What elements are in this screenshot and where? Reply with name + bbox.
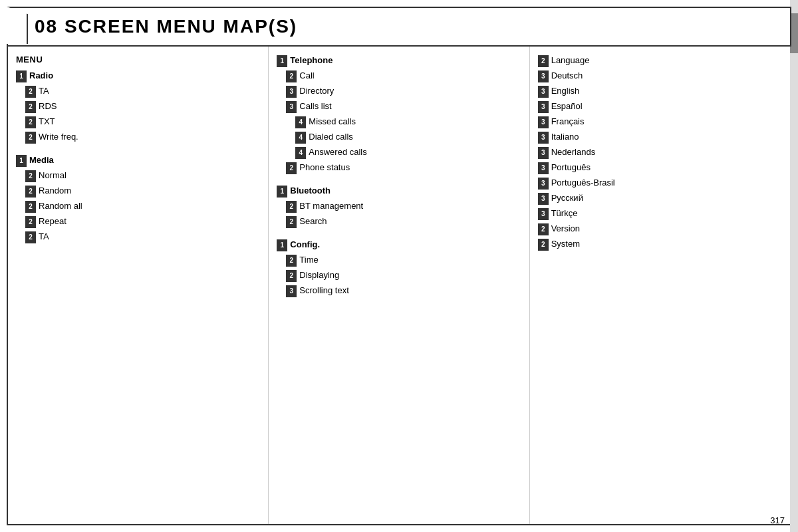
item-label: Deutsch <box>551 70 583 82</box>
column-header: MENU <box>16 55 263 65</box>
item-label: Random all <box>39 200 82 212</box>
item-label: Media <box>29 154 54 166</box>
list-item: 3Deutsch <box>538 70 785 82</box>
level-badge: 3 <box>538 162 549 174</box>
item-label: Español <box>551 100 583 112</box>
level-badge: 2 <box>286 70 297 82</box>
level-badge: 2 <box>25 216 36 228</box>
item-label: English <box>551 85 580 97</box>
list-item: 3Русский <box>538 192 785 205</box>
list-item: 1Media <box>16 154 263 167</box>
level-badge: 2 <box>25 186 36 198</box>
page-number: 317 <box>770 515 785 525</box>
menu-section-3-1: 2Language3Deutsch3English3Español3França… <box>538 55 785 251</box>
item-label: System <box>551 238 580 250</box>
list-item: 2Time <box>277 254 523 267</box>
list-item: 2Call <box>277 70 523 82</box>
level-badge: 3 <box>286 86 297 98</box>
level-badge: 1 <box>16 155 27 167</box>
list-item: 1Telephone <box>277 55 523 67</box>
level-badge: 2 <box>25 231 36 243</box>
level-badge: 3 <box>538 86 549 98</box>
list-item: 2Write freq. <box>16 131 263 144</box>
content-area: MENU1Radio2TA2RDS2TXT2Write freq.1Media2… <box>7 47 791 525</box>
list-item: 1Radio <box>16 70 263 82</box>
level-badge: 2 <box>286 201 297 213</box>
level-badge: 4 <box>295 147 306 159</box>
item-label: Türkçe <box>551 207 578 219</box>
item-label: Calls list <box>299 100 331 112</box>
item-label: Call <box>299 70 314 82</box>
level-badge: 1 <box>277 55 287 67</box>
item-label: Write freq. <box>39 131 78 143</box>
list-item: 2Normal <box>16 170 263 182</box>
level-badge: 3 <box>538 147 549 159</box>
item-label: RDS <box>39 100 57 112</box>
list-item: 2RDS <box>16 100 263 113</box>
level-badge: 3 <box>286 285 297 297</box>
level-badge: 1 <box>277 239 287 251</box>
item-label: TXT <box>39 116 55 128</box>
list-item: 3Directory <box>277 85 523 98</box>
list-item: 2Version <box>538 223 785 235</box>
item-label: Bluetooth <box>290 185 331 197</box>
menu-section-1-1: 1Radio2TA2RDS2TXT2Write freq. <box>16 70 263 144</box>
column-2: 1Telephone2Call3Directory3Calls list4Mis… <box>269 47 529 524</box>
scrollbar[interactable] <box>790 0 798 532</box>
item-label: Scrolling text <box>299 285 348 297</box>
level-badge: 3 <box>538 208 549 220</box>
level-badge: 2 <box>286 270 297 282</box>
level-badge: 3 <box>286 101 297 113</box>
level-badge: 4 <box>295 116 306 128</box>
menu-section-1-2: 1Media2Normal2Random2Random all2Repeat2T… <box>16 154 263 243</box>
item-label: Directory <box>299 85 334 97</box>
item-label: Normal <box>39 170 66 182</box>
list-item: 4Missed calls <box>277 116 523 128</box>
list-item: 2TXT <box>16 116 263 128</box>
level-badge: 2 <box>25 86 36 98</box>
level-badge: 3 <box>538 178 549 190</box>
item-label: Nederlands <box>551 146 596 158</box>
item-label: Русский <box>551 192 583 204</box>
level-badge: 2 <box>25 116 36 128</box>
list-item: 3Türkçe <box>538 207 785 220</box>
level-badge: 2 <box>25 132 36 144</box>
list-item: 3Italiano <box>538 131 785 144</box>
list-item: 3Português-Brasil <box>538 177 785 190</box>
level-badge: 3 <box>538 70 549 82</box>
item-label: Italiano <box>551 131 579 143</box>
list-item: 3Scrolling text <box>277 285 523 297</box>
item-label: Config. <box>290 239 320 251</box>
list-item: 2Random all <box>16 200 263 213</box>
column-1: MENU1Radio2TA2RDS2TXT2Write freq.1Media2… <box>8 47 269 524</box>
item-label: Version <box>551 223 580 235</box>
list-item: 2TA <box>16 85 263 98</box>
level-badge: 2 <box>538 55 549 67</box>
list-item: 2Repeat <box>16 215 263 228</box>
menu-section-2-3: 1Config.2Time2Displaying3Scrolling text <box>277 239 523 297</box>
list-item: 2BT management <box>277 200 523 213</box>
list-item: 2TA <box>16 231 263 243</box>
list-item: 4Answered calls <box>277 146 523 159</box>
level-badge: 2 <box>286 255 297 267</box>
item-label: Telephone <box>290 55 332 66</box>
level-badge: 2 <box>538 239 549 251</box>
list-item: 1Bluetooth <box>277 185 523 198</box>
level-badge: 1 <box>277 186 287 198</box>
item-label: Repeat <box>39 215 66 227</box>
list-item: 2Language <box>538 55 785 67</box>
list-item: 3Español <box>538 100 785 113</box>
column-3: 2Language3Deutsch3English3Español3França… <box>530 47 790 524</box>
item-label: Answered calls <box>309 146 366 158</box>
level-badge: 2 <box>25 101 36 113</box>
item-label: Time <box>299 254 318 266</box>
list-item: 2Search <box>277 215 523 228</box>
page-header: 08 SCREEN MENU MAP(S) <box>7 7 791 47</box>
item-label: Language <box>551 55 590 66</box>
item-label: TA <box>39 85 49 97</box>
list-item: 3English <box>538 85 785 98</box>
level-badge: 3 <box>538 132 549 144</box>
list-item: 1Config. <box>277 239 523 251</box>
item-label: Português <box>551 162 591 174</box>
item-label: Search <box>299 215 327 227</box>
